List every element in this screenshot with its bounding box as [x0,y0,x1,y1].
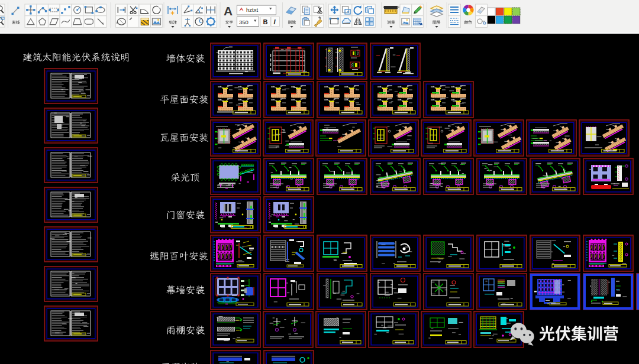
svg-text:A: A [224,4,233,18]
svg-text:hztxt: hztxt [246,6,258,13]
svg-text:B: B [263,18,268,25]
svg-text:350: 350 [239,19,248,25]
